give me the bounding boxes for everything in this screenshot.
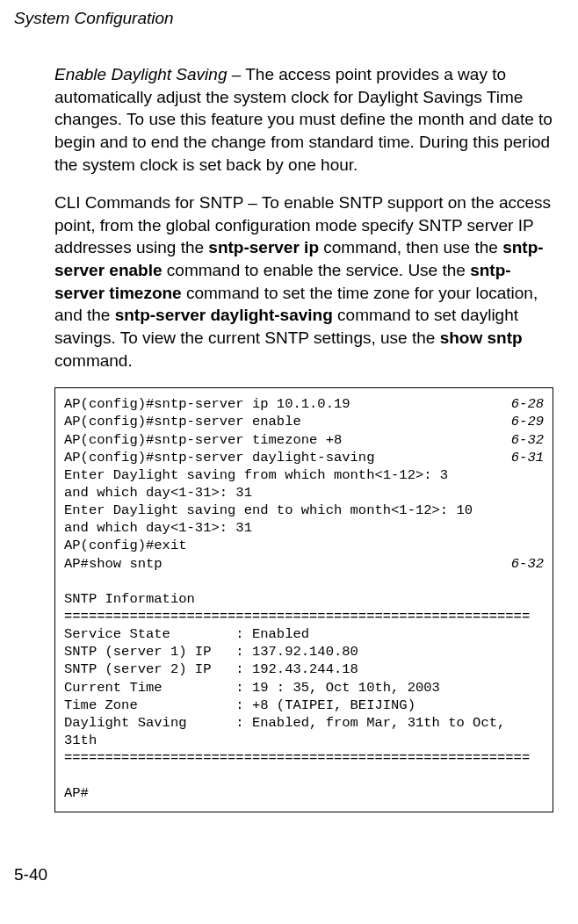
- paragraph-cli-commands: CLI Commands for SNTP – To enable SNTP s…: [54, 191, 553, 372]
- cli-line: ========================================…: [64, 749, 544, 767]
- cli-row: AP#show sntp 6-32: [64, 555, 544, 573]
- cli-line: SNTP Information: [64, 590, 544, 608]
- cli-ref: 6-29: [511, 413, 544, 430]
- cli-line: [64, 767, 544, 784]
- cli-line: Daylight Saving : Enabled, from Mar, 31t…: [64, 714, 544, 732]
- cli-output-box: AP(config)#sntp-server ip 10.1.0.19 6-28…: [54, 387, 553, 812]
- cli-ref: 6-28: [511, 395, 544, 413]
- cli-line: and which day<1-31>: 31: [64, 519, 544, 537]
- page-number: 5-40: [14, 865, 560, 884]
- cli-cmd: AP#show sntp: [64, 555, 163, 573]
- cli-row: AP(config)#sntp-server daylight-saving 6…: [64, 449, 544, 466]
- cli-cmd: AP(config)#sntp-server enable: [64, 413, 301, 430]
- p2-b1: sntp-server ip: [208, 238, 319, 256]
- p2-t3: command to enable the service. Use the: [163, 261, 471, 279]
- paragraph-daylight-saving: Enable Daylight Saving – The access poin…: [54, 63, 553, 176]
- cli-line: AP#: [64, 784, 544, 802]
- p2-t2: command, then use the: [319, 238, 502, 256]
- cli-line: Enter Daylight saving end to which month…: [64, 502, 544, 519]
- cli-ref: 6-31: [511, 449, 544, 466]
- cli-cmd: AP(config)#sntp-server ip 10.1.0.19: [64, 395, 350, 413]
- cli-cmd: AP(config)#sntp-server daylight-saving: [64, 449, 374, 466]
- cli-line: 31th: [64, 732, 544, 749]
- cli-line: Enter Daylight saving from which month<1…: [64, 466, 544, 484]
- p2-t6: command.: [54, 351, 133, 370]
- cli-line: Service State : Enabled: [64, 625, 544, 643]
- cli-row: AP(config)#sntp-server enable 6-29: [64, 413, 544, 430]
- cli-line: and which day<1-31>: 31: [64, 484, 544, 502]
- cli-ref: 6-32: [511, 431, 544, 449]
- cli-line: ========================================…: [64, 608, 544, 625]
- section-header: System Configuration: [14, 9, 560, 28]
- page: System Configuration Enable Daylight Sav…: [0, 0, 578, 902]
- cli-row: AP(config)#sntp-server timezone +8 6-32: [64, 431, 544, 449]
- cli-line: AP(config)#exit: [64, 537, 544, 554]
- content-area: Enable Daylight Saving – The access poin…: [54, 63, 553, 812]
- cli-line: Time Zone : +8 (TAIPEI, BEIJING): [64, 697, 544, 714]
- p2-b4: sntp-server daylight-saving: [115, 306, 333, 324]
- cli-ref: 6-32: [511, 555, 544, 573]
- p2-b5: show sntp: [440, 328, 523, 347]
- cli-line: Current Time : 19 : 35, Oct 10th, 2003: [64, 679, 544, 697]
- cli-row: AP(config)#sntp-server ip 10.1.0.19 6-28: [64, 395, 544, 413]
- cli-line: SNTP (server 2) IP : 192.43.244.18: [64, 661, 544, 678]
- cli-line: [64, 573, 544, 590]
- cli-line: SNTP (server 1) IP : 137.92.140.80: [64, 643, 544, 661]
- para1-lead: Enable Daylight Saving: [54, 65, 227, 83]
- cli-cmd: AP(config)#sntp-server timezone +8: [64, 431, 342, 449]
